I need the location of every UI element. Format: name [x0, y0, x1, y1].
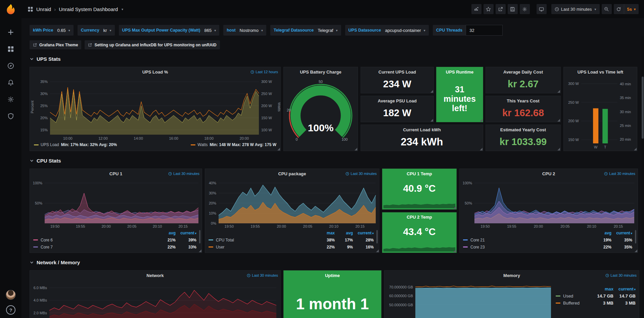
- add-panel-button[interactable]: [471, 4, 481, 14]
- share-button[interactable]: [496, 4, 506, 14]
- variable-ups-datasource[interactable]: UPS Datasource apcupsd-container▾: [345, 25, 429, 36]
- panel-header[interactable]: Memory Last 30 minutes: [384, 271, 639, 280]
- series-name[interactable]: Core 23: [470, 245, 593, 249]
- legend-header[interactable]: current▾: [613, 286, 636, 291]
- variable-host[interactable]: host Nostromo▾: [223, 25, 266, 36]
- series-name[interactable]: User: [215, 245, 317, 249]
- series-name[interactable]: Core 21: [470, 238, 593, 242]
- variable-value[interactable]: 865▾: [203, 28, 219, 33]
- breadcrumb[interactable]: Unraid › Unraid System Dashboard ▾: [28, 6, 123, 12]
- legend-header[interactable]: current▾: [353, 231, 374, 235]
- variable-currency[interactable]: Currency kr▾: [78, 25, 115, 36]
- section-cpu-stats[interactable]: CPU Stats: [30, 158, 639, 164]
- link-ups-monitoring-guide[interactable]: Setting up Grafana and InfluxDB for UPS …: [85, 40, 220, 49]
- panel-header[interactable]: CPU 1 Last 30 minutes: [30, 169, 202, 178]
- series-name[interactable]: Core 7: [40, 245, 157, 249]
- variable-value[interactable]: Telegraf▾: [317, 28, 341, 33]
- star-button[interactable]: [484, 4, 494, 14]
- breadcrumb-dashboard-title[interactable]: Unraid System Dashboard: [59, 6, 118, 12]
- variable-value[interactable]: kr▾: [103, 28, 115, 33]
- breadcrumb-folder[interactable]: Unraid: [36, 6, 51, 12]
- section-network-memory[interactable]: Network / Memory: [30, 260, 639, 265]
- refresh-interval-picker[interactable]: 5s ▾: [624, 4, 639, 14]
- ups-load-vs-time-chart[interactable]: 150 W200 W250 W300 W20 min25 min30 min35…: [565, 77, 636, 149]
- cpu-package-chart[interactable]: 0%10%20%30%40%19:5019:5520:0020:0520:102…: [205, 178, 379, 229]
- time-range-badge[interactable]: Last 30 minutes: [168, 172, 199, 176]
- time-range-picker[interactable]: Last 30 minutes ▾: [551, 4, 600, 14]
- panel-header[interactable]: Average PSU Load: [361, 96, 433, 105]
- panel-header[interactable]: Average Daily Cost: [486, 67, 560, 77]
- panel-header[interactable]: UPS Load % Last 12 hours: [30, 67, 280, 77]
- create-button[interactable]: [3, 26, 18, 39]
- alerting-button[interactable]: [3, 76, 18, 89]
- panel-header[interactable]: CPU 2 Last 30 minutes: [460, 169, 638, 178]
- legend-scrollbar[interactable]: [376, 230, 378, 243]
- scrollbar-thumb[interactable]: [642, 77, 644, 139]
- variable-cpu-threads[interactable]: CPU Threads 32: [433, 25, 503, 36]
- panel-header[interactable]: CPU 1 Temp: [382, 169, 456, 178]
- time-range-badge[interactable]: Last 30 minutes: [346, 172, 377, 176]
- panel-header[interactable]: Network Last 30 minutes: [30, 271, 280, 280]
- series-name[interactable]: Buffered: [562, 301, 591, 306]
- panel-header[interactable]: UPS Battery Charge: [284, 67, 358, 77]
- panel-header[interactable]: Current Load kWh: [361, 125, 483, 134]
- section-ups-stats[interactable]: UPS Stats: [30, 56, 639, 62]
- series-name[interactable]: CPU Total: [215, 238, 317, 242]
- battery-gauge[interactable]: 02050100100%: [286, 77, 356, 149]
- panel-header[interactable]: CPU 2 Temp: [382, 213, 456, 222]
- legend-header[interactable]: current▾: [611, 231, 632, 235]
- panel-header[interactable]: Uptime: [284, 271, 381, 280]
- series-name[interactable]: Used: [562, 293, 591, 299]
- time-range-badge[interactable]: Last 30 minutes: [604, 172, 635, 176]
- configuration-button[interactable]: [3, 93, 18, 106]
- legend-header[interactable]: avg: [157, 231, 176, 235]
- variable-ups-max-output[interactable]: UPS Max Output Power Capacity (Watt) 865…: [119, 25, 220, 36]
- variable-kwh-price[interactable]: kWh Price 0.65▾: [30, 25, 74, 36]
- series-name[interactable]: UPS Load: [41, 142, 59, 147]
- explore-button[interactable]: [3, 59, 18, 73]
- apps-grid-icon[interactable]: [28, 6, 33, 12]
- cpu2-chart[interactable]: 50%100%19:5019:5520:0020:0520:1020:15: [460, 178, 638, 229]
- cpu-threads-input[interactable]: 32: [466, 25, 503, 36]
- cycle-view-button[interactable]: [537, 4, 547, 14]
- panel-header[interactable]: Estimated Yearly Cost: [486, 125, 560, 134]
- settings-button[interactable]: [520, 4, 530, 14]
- legend-scrollbar[interactable]: [635, 230, 636, 243]
- variable-value[interactable]: 0.65▾: [56, 28, 73, 33]
- time-range-badge[interactable]: Last 30 minutes: [247, 273, 278, 277]
- panel-header[interactable]: CPU package Last 30 minutes: [205, 169, 379, 178]
- legend-header[interactable]: avg: [335, 231, 353, 235]
- variable-telegraf-datasource[interactable]: Telegraf Datasource Telegraf▾: [270, 25, 341, 36]
- variable-value[interactable]: Nostromo▾: [239, 28, 266, 33]
- series-name[interactable]: Watts: [197, 142, 208, 147]
- save-button[interactable]: [508, 4, 518, 14]
- series-name[interactable]: Core 6: [40, 238, 157, 242]
- chevron-down-icon[interactable]: ▾: [122, 7, 123, 11]
- network-chart[interactable]: 2.0 MBs4.0 MBs6.0 MBs19:5019:5520:0020:0…: [30, 280, 280, 318]
- user-avatar[interactable]: [6, 290, 16, 300]
- panel-header[interactable]: This Years Cost: [486, 96, 560, 105]
- time-range-badge[interactable]: Last 30 minutes: [605, 273, 637, 277]
- page-scrollbar[interactable]: [641, 36, 644, 318]
- grafana-logo[interactable]: [4, 3, 18, 17]
- memory-chart[interactable]: 50.000000 GB60.000000 GB70.000000 GB19:5…: [384, 280, 554, 318]
- ups-load-chart[interactable]: 15%20%25%30%35%100 W150 W200 W250 W300 W…: [30, 77, 280, 141]
- cpu1-chart[interactable]: 50%100%19:5019:5520:0020:0520:1020:15: [30, 178, 202, 229]
- dashboards-button[interactable]: [3, 42, 18, 56]
- legend-scrollbar[interactable]: [199, 230, 200, 243]
- legend-header[interactable]: max: [591, 286, 613, 291]
- panel-header[interactable]: Current UPS Load: [361, 67, 433, 77]
- link-grafana-plex-theme[interactable]: Grafana Plex Theme: [30, 40, 81, 49]
- variable-value[interactable]: apcupsd-container▾: [384, 28, 429, 33]
- panel-header[interactable]: UPS Runtime: [436, 67, 483, 77]
- time-range-badge[interactable]: Last 12 hours: [250, 70, 278, 74]
- server-admin-button[interactable]: [3, 109, 18, 123]
- legend-header[interactable]: current▾: [176, 231, 196, 235]
- legend-header[interactable]: max: [317, 231, 335, 235]
- svg-text:T: T: [604, 145, 606, 149]
- zoom-out-button[interactable]: [602, 4, 612, 14]
- help-button[interactable]: ?: [6, 305, 15, 315]
- refresh-button[interactable]: [614, 4, 624, 14]
- legend-header[interactable]: avg: [593, 231, 611, 235]
- panel-header[interactable]: UPS Load vs Time left: [564, 67, 637, 77]
